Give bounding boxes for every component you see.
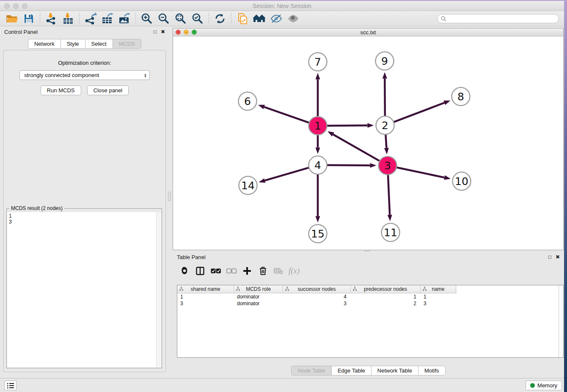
zoom-out-icon[interactable] [157, 12, 171, 25]
zoom-selected-icon[interactable] [190, 12, 205, 25]
edge-arrowhead-1-7 [316, 73, 320, 80]
column-header-label: name [432, 286, 444, 292]
close-panel-button[interactable]: Close panel [87, 86, 129, 95]
clone-network-icon[interactable] [235, 12, 250, 25]
optimization-criterion-dropdown[interactable]: strongly connected component ▲▼ [19, 70, 150, 80]
node-table[interactable]: shared nameMCDS rolesuccessor nodesprede… [177, 285, 564, 358]
graph-node-14[interactable]: 14 [239, 177, 257, 195]
table-panel-header: Table Panel □ ✖ [173, 252, 564, 262]
zoom-fit-icon[interactable] [173, 12, 188, 25]
graph-node-3[interactable]: 3 [379, 157, 397, 175]
vertical-splitter-handle[interactable] [168, 192, 171, 201]
edge-3-11[interactable] [388, 174, 390, 215]
graph-node-1[interactable]: 1 [309, 117, 327, 135]
dropdown-stepper-icon: ▲▼ [144, 73, 147, 77]
tab-edge-table[interactable]: Edge Table [331, 366, 371, 375]
node-label-3: 3 [384, 160, 391, 172]
edge-2-3[interactable] [385, 133, 386, 148]
export-table-icon[interactable] [100, 12, 115, 25]
deselect-all-checkboxes-icon[interactable] [226, 265, 237, 277]
column-type-icon [353, 287, 357, 291]
close-panel-icon[interactable]: ✖ [161, 29, 165, 35]
cell-MCDS-role[interactable]: dominator [234, 293, 283, 300]
export-image-icon[interactable] [117, 12, 132, 25]
graph-node-6[interactable]: 6 [239, 92, 257, 110]
graph-node-9[interactable]: 9 [376, 52, 394, 70]
show-all-icon[interactable] [286, 12, 300, 25]
column-header-MCDS-role[interactable]: MCDS role [234, 285, 283, 293]
table-scrollbar[interactable] [559, 285, 563, 357]
hide-selected-icon[interactable] [269, 12, 284, 25]
table-body: 1dominator4113dominator323 [177, 293, 563, 307]
cell-successor-nodes[interactable]: 3 [283, 300, 351, 307]
refresh-view-icon[interactable] [213, 12, 227, 25]
run-mcds-button[interactable]: Run MCDS [41, 86, 81, 95]
table-close-panel-icon[interactable]: ✖ [556, 254, 560, 260]
cell-MCDS-role[interactable]: dominator [234, 300, 283, 307]
table-panel: Table Panel □ ✖ f(x) shared nameMCDS rol… [173, 252, 564, 376]
table-row[interactable]: 1dominator411 [177, 293, 563, 300]
import-network-icon[interactable] [44, 12, 58, 25]
graph-node-7[interactable]: 7 [309, 53, 327, 71]
home-view-icon[interactable] [252, 12, 267, 25]
node-label-10: 10 [455, 175, 468, 188]
graph-node-8[interactable]: 8 [452, 88, 470, 106]
table-row[interactable]: 3dominator323 [177, 300, 563, 307]
add-column-icon[interactable] [241, 265, 253, 277]
cell-predecessor-nodes[interactable]: 1 [351, 293, 421, 300]
edge-arrowhead-4-3 [370, 163, 376, 168]
table-float-panel-icon[interactable]: □ [548, 254, 551, 260]
select-all-checkboxes-icon[interactable] [210, 265, 222, 277]
edge-4-3[interactable] [326, 165, 370, 166]
edge-2-8[interactable] [393, 103, 444, 122]
edge-arrowhead-1-6 [258, 105, 265, 109]
search-input[interactable] [446, 16, 559, 22]
column-header-predecessor-nodes[interactable]: predecessor nodes [351, 285, 421, 293]
cell-name[interactable]: 3 [421, 300, 456, 307]
tab-select[interactable]: Select [85, 39, 113, 49]
cell-shared-name[interactable]: 3 [177, 300, 234, 307]
edge-3-1[interactable] [333, 135, 380, 162]
search-field[interactable] [437, 14, 559, 23]
mcds-result-scrollbar[interactable] [156, 212, 161, 367]
delete-column-icon[interactable] [257, 265, 269, 277]
tab-mcds[interactable]: MCDS [113, 39, 141, 49]
column-header-shared-name[interactable]: shared name [177, 285, 234, 293]
tab-style[interactable]: Style [61, 39, 85, 49]
graph-node-10[interactable]: 10 [453, 172, 471, 190]
memory-button[interactable]: Memory [526, 381, 562, 390]
save-session-icon[interactable] [22, 12, 36, 25]
mcds-result-text[interactable]: 1 3 [7, 212, 161, 367]
network-canvas[interactable]: 7968124314101511 [173, 36, 563, 250]
edge-3-10[interactable] [396, 167, 444, 177]
graph-node-2[interactable]: 2 [376, 116, 394, 135]
column-header-label: MCDS role [246, 286, 271, 292]
column-header-successor-nodes[interactable]: successor nodes [283, 285, 351, 293]
tab-node-table[interactable]: Node Table [291, 366, 331, 375]
column-view-icon[interactable] [194, 265, 206, 277]
cell-predecessor-nodes[interactable]: 2 [351, 300, 421, 307]
tab-motifs[interactable]: Motifs [418, 366, 446, 375]
graph-node-11[interactable]: 11 [382, 224, 400, 242]
import-table-icon[interactable] [61, 12, 75, 25]
cell-name[interactable]: 1 [421, 293, 456, 300]
edge-1-6[interactable] [264, 107, 310, 123]
export-network-icon[interactable] [83, 12, 98, 25]
cell-shared-name[interactable]: 1 [177, 293, 234, 300]
graph-node-15[interactable]: 15 [309, 225, 327, 243]
network-window-titlebar[interactable]: × – + scc.txt [173, 28, 563, 36]
tab-network[interactable]: Network [28, 39, 61, 49]
float-panel-icon[interactable]: □ [154, 29, 157, 35]
node-label-11: 11 [384, 226, 397, 239]
open-session-icon[interactable] [5, 12, 19, 25]
task-history-button[interactable] [4, 381, 17, 390]
edge-1-2[interactable] [326, 125, 367, 126]
edge-2-9[interactable] [385, 78, 385, 117]
zoom-in-icon[interactable] [140, 12, 154, 25]
table-options-gear-icon[interactable] [179, 265, 190, 277]
tab-network-table[interactable]: Network Table [371, 366, 418, 375]
cell-successor-nodes[interactable]: 4 [283, 293, 351, 300]
column-header-name[interactable]: name [421, 285, 456, 293]
graph-node-4[interactable]: 4 [309, 156, 327, 174]
edge-4-14[interactable] [265, 167, 310, 180]
